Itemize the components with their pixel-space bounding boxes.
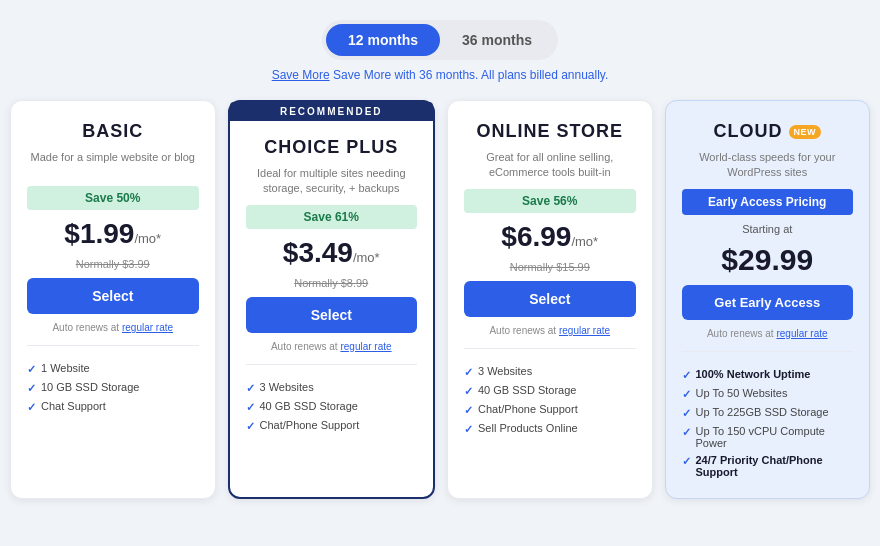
- choice-plus-plan-desc: Ideal for multiple sites needing storage…: [246, 166, 418, 197]
- check-icon: ✓: [682, 426, 691, 439]
- online-store-suffix: /mo*: [571, 234, 598, 249]
- save-more-link[interactable]: Save More: [272, 68, 330, 82]
- check-icon: ✓: [246, 401, 255, 414]
- basic-renew-text: Auto renews at regular rate: [27, 322, 199, 333]
- choice-plus-suffix: /mo*: [353, 250, 380, 265]
- plan-choice-plus: RECOMMENDED CHOICE PLUS Ideal for multip…: [228, 100, 436, 499]
- choice-plus-plan-name: CHOICE PLUS: [246, 137, 418, 158]
- basic-divider: [27, 345, 199, 346]
- basic-normal-price: Normally $3.99: [27, 258, 199, 270]
- check-icon: ✓: [682, 455, 691, 468]
- check-icon: ✓: [246, 420, 255, 433]
- online-store-renew-link[interactable]: regular rate: [559, 325, 610, 336]
- online-store-select-btn[interactable]: Select: [464, 281, 636, 317]
- 36-months-toggle[interactable]: 36 months: [440, 24, 554, 56]
- basic-save-badge: Save 50%: [27, 186, 199, 210]
- online-store-plan-desc: Great for all online selling, eCommerce …: [464, 150, 636, 181]
- basic-select-btn[interactable]: Select: [27, 278, 199, 314]
- online-store-divider: [464, 348, 636, 349]
- list-item: ✓100% Network Uptime: [682, 368, 854, 382]
- list-item: ✓40 GB SSD Storage: [246, 400, 418, 414]
- online-store-renew-text: Auto renews at regular rate: [464, 325, 636, 336]
- choice-plus-renew-link[interactable]: regular rate: [340, 341, 391, 352]
- list-item: ✓3 Websites: [246, 381, 418, 395]
- cloud-renew-text: Auto renews at regular rate: [682, 328, 854, 339]
- choice-plus-normal-price: Normally $8.99: [246, 277, 418, 289]
- list-item: ✓Sell Products Online: [464, 422, 636, 436]
- choice-plus-save-badge: Save 61%: [246, 205, 418, 229]
- cloud-plan-name: CLOUD: [714, 121, 783, 142]
- save-more-text: Save More Save More with 36 months. All …: [272, 68, 609, 82]
- basic-price-suffix: /mo*: [134, 231, 161, 246]
- early-access-badge: Early Access Pricing: [682, 189, 854, 215]
- check-icon: ✓: [464, 385, 473, 398]
- choice-plus-renew-text: Auto renews at regular rate: [246, 341, 418, 352]
- cloud-price: $29.99: [682, 243, 854, 277]
- check-icon: ✓: [27, 401, 36, 414]
- basic-renew-link[interactable]: regular rate: [122, 322, 173, 333]
- online-store-price-row: $6.99/mo*: [464, 221, 636, 253]
- new-badge: NEW: [789, 125, 822, 139]
- list-item: ✓Up To 50 Websites: [682, 387, 854, 401]
- plan-basic: BASIC Made for a simple website or blog …: [10, 100, 216, 499]
- starting-at-text: Starting at: [682, 223, 854, 235]
- list-item: ✓1 Website: [27, 362, 199, 376]
- plan-cloud: CLOUD NEW World-class speeds for your Wo…: [665, 100, 871, 499]
- list-item: ✓Up To 225GB SSD Storage: [682, 406, 854, 420]
- plan-online-store: ONLINE STORE Great for all online sellin…: [447, 100, 653, 499]
- cloud-divider: [682, 351, 854, 352]
- choice-plus-price: $3.49: [283, 237, 353, 268]
- cloud-plan-desc: World-class speeds for your WordPress si…: [682, 150, 854, 181]
- choice-plus-features-list: ✓3 Websites ✓40 GB SSD Storage ✓Chat/Pho…: [246, 381, 418, 433]
- basic-plan-desc: Made for a simple website or blog: [27, 150, 199, 178]
- check-icon: ✓: [246, 382, 255, 395]
- online-store-features-list: ✓3 Websites ✓40 GB SSD Storage ✓Chat/Pho…: [464, 365, 636, 436]
- check-icon: ✓: [682, 369, 691, 382]
- toggle-container: 12 months 36 months: [322, 20, 558, 60]
- check-icon: ✓: [682, 407, 691, 420]
- basic-features-list: ✓1 Website ✓10 GB SSD Storage ✓Chat Supp…: [27, 362, 199, 414]
- plans-container: BASIC Made for a simple website or blog …: [10, 100, 870, 499]
- basic-plan-name: BASIC: [27, 121, 199, 142]
- basic-price: $1.99: [64, 218, 134, 249]
- choice-plus-select-btn[interactable]: Select: [246, 297, 418, 333]
- online-store-price: $6.99: [501, 221, 571, 252]
- list-item: ✓Chat/Phone Support: [464, 403, 636, 417]
- online-store-plan-name: ONLINE STORE: [464, 121, 636, 142]
- check-icon: ✓: [464, 404, 473, 417]
- 12-months-toggle[interactable]: 12 months: [326, 24, 440, 56]
- check-icon: ✓: [682, 388, 691, 401]
- recommended-badge: RECOMMENDED: [230, 102, 434, 121]
- choice-plus-divider: [246, 364, 418, 365]
- list-item: ✓24/7 Priority Chat/Phone Support: [682, 454, 854, 478]
- basic-price-row: $1.99/mo*: [27, 218, 199, 250]
- online-store-save-badge: Save 56%: [464, 189, 636, 213]
- check-icon: ✓: [27, 382, 36, 395]
- list-item: ✓Chat Support: [27, 400, 199, 414]
- cloud-name-row: CLOUD NEW: [682, 121, 854, 142]
- list-item: ✓Chat/Phone Support: [246, 419, 418, 433]
- list-item: ✓3 Websites: [464, 365, 636, 379]
- list-item: ✓10 GB SSD Storage: [27, 381, 199, 395]
- choice-plus-price-row: $3.49/mo*: [246, 237, 418, 269]
- cloud-features-list: ✓100% Network Uptime ✓Up To 50 Websites …: [682, 368, 854, 478]
- check-icon: ✓: [464, 366, 473, 379]
- cloud-renew-link[interactable]: regular rate: [776, 328, 827, 339]
- cloud-get-access-btn[interactable]: Get Early Access: [682, 285, 854, 320]
- online-store-normal-price: Normally $15.99: [464, 261, 636, 273]
- list-item: ✓40 GB SSD Storage: [464, 384, 636, 398]
- check-icon: ✓: [464, 423, 473, 436]
- check-icon: ✓: [27, 363, 36, 376]
- list-item: ✓Up To 150 vCPU Compute Power: [682, 425, 854, 449]
